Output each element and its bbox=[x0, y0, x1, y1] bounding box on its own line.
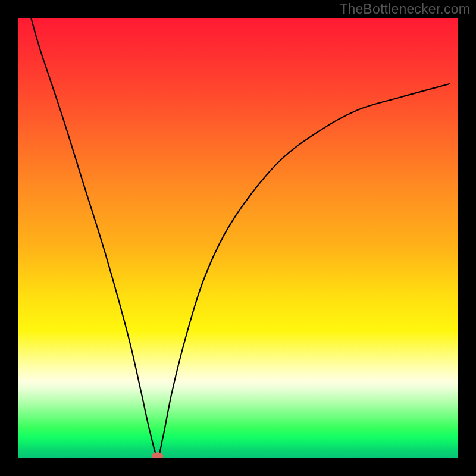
chart-frame: TheBottlenecker.com bbox=[0, 0, 476, 476]
watermark-text: TheBottlenecker.com bbox=[339, 1, 470, 17]
marker-svg bbox=[18, 18, 458, 458]
plot-area bbox=[18, 18, 458, 458]
minimum-marker bbox=[152, 452, 164, 458]
